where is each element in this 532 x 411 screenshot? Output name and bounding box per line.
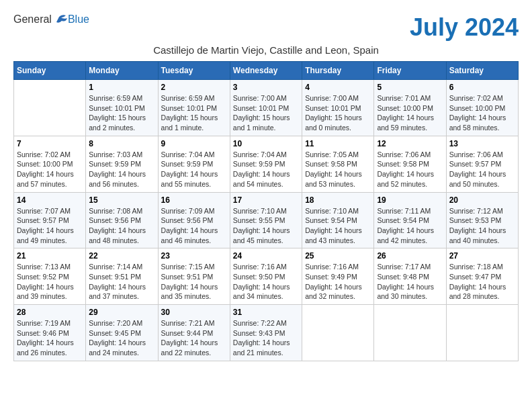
day-info: Sunrise: 7:14 AM Sunset: 9:51 PM Dayligh…: [89, 262, 154, 302]
day-number: 24: [233, 251, 299, 261]
calendar-cell: 27Sunrise: 7:18 AM Sunset: 9:47 PM Dayli…: [446, 248, 518, 305]
day-info: Sunrise: 7:02 AM Sunset: 10:00 PM Daylig…: [17, 150, 83, 189]
day-info: Sunrise: 7:17 AM Sunset: 9:48 PM Dayligh…: [377, 262, 443, 302]
column-header-wednesday: Wednesday: [230, 62, 302, 80]
calendar-cell: 12Sunrise: 7:06 AM Sunset: 9:58 PM Dayli…: [374, 136, 446, 192]
day-number: 26: [377, 251, 443, 261]
day-number: 22: [89, 251, 154, 261]
calendar-cell: 14Sunrise: 7:07 AM Sunset: 9:57 PM Dayli…: [14, 192, 86, 248]
calendar-cell: [302, 305, 374, 361]
column-header-tuesday: Tuesday: [158, 62, 230, 80]
day-info: Sunrise: 7:16 AM Sunset: 9:50 PM Dayligh…: [233, 262, 299, 302]
header-row: SundayMondayTuesdayWednesdayThursdayFrid…: [14, 62, 519, 80]
day-info: Sunrise: 7:10 AM Sunset: 9:55 PM Dayligh…: [233, 206, 299, 246]
calendar-cell: 4Sunrise: 7:00 AM Sunset: 10:01 PM Dayli…: [302, 80, 374, 136]
logo-blue-text: Blue: [68, 13, 89, 26]
calendar-cell: 28Sunrise: 7:19 AM Sunset: 9:46 PM Dayli…: [14, 305, 86, 361]
calendar-cell: 17Sunrise: 7:10 AM Sunset: 9:55 PM Dayli…: [230, 192, 302, 248]
day-info: Sunrise: 7:04 AM Sunset: 9:59 PM Dayligh…: [161, 150, 227, 189]
day-number: 11: [305, 139, 371, 148]
column-header-sunday: Sunday: [14, 62, 86, 80]
calendar-cell: 9Sunrise: 7:04 AM Sunset: 9:59 PM Daylig…: [158, 136, 230, 192]
day-info: Sunrise: 7:12 AM Sunset: 9:53 PM Dayligh…: [449, 206, 515, 246]
calendar-cell: 18Sunrise: 7:10 AM Sunset: 9:54 PM Dayli…: [302, 192, 374, 248]
location-title: Castillejo de Martin Viejo, Castille and…: [13, 44, 519, 56]
day-info: Sunrise: 7:07 AM Sunset: 9:57 PM Dayligh…: [17, 206, 83, 246]
day-number: 13: [449, 139, 515, 148]
calendar-cell: 29Sunrise: 7:20 AM Sunset: 9:45 PM Dayli…: [86, 305, 158, 361]
week-row-3: 14Sunrise: 7:07 AM Sunset: 9:57 PM Dayli…: [14, 192, 519, 248]
day-number: 30: [161, 308, 227, 317]
day-number: 18: [305, 195, 371, 205]
calendar-cell: 5Sunrise: 7:01 AM Sunset: 10:00 PM Dayli…: [374, 80, 446, 136]
day-info: Sunrise: 7:03 AM Sunset: 9:59 PM Dayligh…: [89, 150, 154, 189]
calendar-cell: 20Sunrise: 7:12 AM Sunset: 9:53 PM Dayli…: [446, 192, 518, 248]
week-row-2: 7Sunrise: 7:02 AM Sunset: 10:00 PM Dayli…: [14, 136, 519, 192]
column-header-friday: Friday: [374, 62, 446, 80]
calendar-cell: 30Sunrise: 7:21 AM Sunset: 9:44 PM Dayli…: [158, 305, 230, 361]
calendar-cell: 1Sunrise: 6:59 AM Sunset: 10:01 PM Dayli…: [86, 80, 158, 136]
calendar-cell: 16Sunrise: 7:09 AM Sunset: 9:56 PM Dayli…: [158, 192, 230, 248]
day-number: 8: [89, 139, 154, 148]
calendar-cell: 6Sunrise: 7:02 AM Sunset: 10:00 PM Dayli…: [446, 80, 518, 136]
day-number: 28: [17, 308, 83, 317]
calendar-cell: 7Sunrise: 7:02 AM Sunset: 10:00 PM Dayli…: [14, 136, 86, 192]
week-row-5: 28Sunrise: 7:19 AM Sunset: 9:46 PM Dayli…: [14, 305, 519, 361]
day-info: Sunrise: 7:06 AM Sunset: 9:58 PM Dayligh…: [377, 150, 443, 189]
calendar-cell: 3Sunrise: 7:00 AM Sunset: 10:01 PM Dayli…: [230, 80, 302, 136]
day-number: 6: [449, 83, 515, 92]
day-number: 29: [89, 308, 154, 317]
day-info: Sunrise: 7:06 AM Sunset: 9:57 PM Dayligh…: [449, 150, 515, 189]
calendar-cell: 8Sunrise: 7:03 AM Sunset: 9:59 PM Daylig…: [86, 136, 158, 192]
calendar-cell: [446, 305, 518, 361]
day-number: 21: [17, 251, 83, 261]
calendar-cell: 15Sunrise: 7:08 AM Sunset: 9:56 PM Dayli…: [86, 192, 158, 248]
day-number: 20: [449, 195, 515, 205]
day-number: 3: [233, 83, 299, 92]
day-number: 31: [233, 308, 299, 317]
day-number: 12: [377, 139, 443, 148]
day-number: 15: [89, 195, 154, 205]
week-row-1: 1Sunrise: 6:59 AM Sunset: 10:01 PM Dayli…: [14, 80, 519, 136]
day-info: Sunrise: 7:19 AM Sunset: 9:46 PM Dayligh…: [17, 318, 83, 358]
day-number: 16: [161, 195, 227, 205]
calendar-cell: 13Sunrise: 7:06 AM Sunset: 9:57 PM Dayli…: [446, 136, 518, 192]
calendar-cell: 2Sunrise: 6:59 AM Sunset: 10:01 PM Dayli…: [158, 80, 230, 136]
logo-general-text: General: [13, 13, 52, 26]
day-number: 9: [161, 139, 227, 148]
calendar-cell: 11Sunrise: 7:05 AM Sunset: 9:58 PM Dayli…: [302, 136, 374, 192]
calendar-cell: 31Sunrise: 7:22 AM Sunset: 9:43 PM Dayli…: [230, 305, 302, 361]
day-info: Sunrise: 6:59 AM Sunset: 10:01 PM Daylig…: [161, 93, 227, 133]
day-info: Sunrise: 6:59 AM Sunset: 10:01 PM Daylig…: [89, 93, 154, 133]
day-info: Sunrise: 7:02 AM Sunset: 10:00 PM Daylig…: [449, 93, 515, 133]
day-info: Sunrise: 7:16 AM Sunset: 9:49 PM Dayligh…: [305, 262, 371, 302]
day-info: Sunrise: 7:21 AM Sunset: 9:44 PM Dayligh…: [161, 318, 227, 358]
day-info: Sunrise: 7:13 AM Sunset: 9:52 PM Dayligh…: [17, 262, 83, 302]
day-info: Sunrise: 7:20 AM Sunset: 9:45 PM Dayligh…: [89, 318, 154, 358]
calendar-cell: 22Sunrise: 7:14 AM Sunset: 9:51 PM Dayli…: [86, 248, 158, 305]
day-info: Sunrise: 7:10 AM Sunset: 9:54 PM Dayligh…: [305, 206, 371, 246]
day-number: 7: [17, 139, 83, 148]
day-info: Sunrise: 7:22 AM Sunset: 9:43 PM Dayligh…: [233, 318, 299, 358]
logo: General Blue: [13, 13, 89, 26]
column-header-monday: Monday: [86, 62, 158, 80]
calendar-cell: 10Sunrise: 7:04 AM Sunset: 9:59 PM Dayli…: [230, 136, 302, 192]
day-info: Sunrise: 7:00 AM Sunset: 10:01 PM Daylig…: [305, 93, 371, 133]
day-info: Sunrise: 7:15 AM Sunset: 9:51 PM Dayligh…: [161, 262, 227, 302]
day-number: 2: [161, 83, 227, 92]
day-number: 25: [305, 251, 371, 261]
calendar-cell: 25Sunrise: 7:16 AM Sunset: 9:49 PM Dayli…: [302, 248, 374, 305]
day-number: 1: [89, 83, 154, 92]
day-info: Sunrise: 7:05 AM Sunset: 9:58 PM Dayligh…: [305, 150, 371, 189]
page-header: General Blue July 2024: [13, 13, 519, 42]
day-info: Sunrise: 7:00 AM Sunset: 10:01 PM Daylig…: [233, 93, 299, 133]
week-row-4: 21Sunrise: 7:13 AM Sunset: 9:52 PM Dayli…: [14, 248, 519, 305]
calendar-cell: [374, 305, 446, 361]
day-info: Sunrise: 7:09 AM Sunset: 9:56 PM Dayligh…: [161, 206, 227, 246]
day-number: 27: [449, 251, 515, 261]
day-number: 19: [377, 195, 443, 205]
day-info: Sunrise: 7:04 AM Sunset: 9:59 PM Dayligh…: [233, 150, 299, 189]
calendar-table: SundayMondayTuesdayWednesdayThursdayFrid…: [13, 61, 519, 361]
logo-bird-icon: [52, 14, 67, 25]
day-number: 23: [161, 251, 227, 261]
